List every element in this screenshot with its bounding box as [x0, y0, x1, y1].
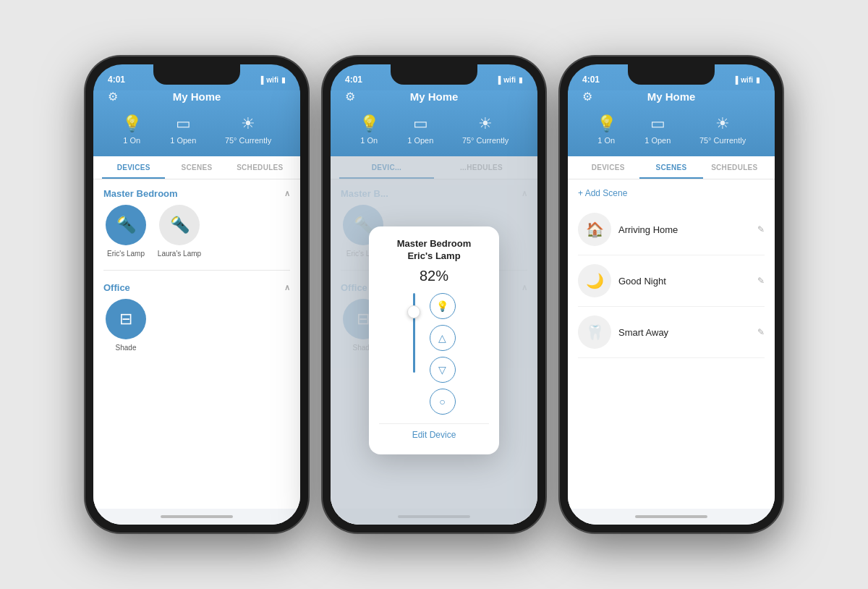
- header-3: ⚙ My Home 💡 1 On ▭ 1 Open ☀: [568, 90, 775, 156]
- tab-schedules-1[interactable]: SCHEDULES: [229, 156, 292, 179]
- doors-text-2: 1 Open: [407, 136, 433, 145]
- time-2: 4:01: [345, 75, 362, 85]
- bedroom-chevron-1[interactable]: ∧: [284, 189, 290, 198]
- light-icon-1: 💡: [122, 114, 142, 133]
- phone-3-screen: 4:01 ▐ wifi ▮ ⚙ My Home 💡: [568, 64, 775, 525]
- popup-title: Master BedroomEric's Lamp: [397, 238, 472, 263]
- door-icon-1: ▭: [176, 114, 191, 133]
- widgets-1: 💡 1 On ▭ 1 Open ☀ 75° Currently: [108, 114, 286, 145]
- tab-schedules-3[interactable]: SCHEDULES: [703, 156, 766, 179]
- home-bar-1: [93, 509, 300, 525]
- good-night-icon: 🌙: [578, 264, 611, 297]
- brightness-up-ctrl[interactable]: △: [430, 325, 456, 351]
- scene-arriving-home[interactable]: 🏠 Arriving Home ✎: [578, 204, 765, 255]
- add-scene-btn[interactable]: + Add Scene: [578, 179, 765, 204]
- temp-text-2: 75° Currently: [462, 136, 509, 145]
- gear-icon-1[interactable]: ⚙: [108, 90, 118, 103]
- widget-lights-3: 💡 1 On: [597, 114, 616, 145]
- widget-temp-3: ☀ 75° Currently: [699, 114, 746, 145]
- tab-scenes-3[interactable]: SCENES: [639, 156, 702, 179]
- signal-icon-1: ▐: [258, 76, 263, 84]
- header-1: ⚙ My Home 💡 1 On ▭ 1 Open ☀: [93, 90, 300, 156]
- light-off-ctrl[interactable]: ○: [430, 389, 456, 415]
- office-devices-1: ⊟ Shade: [103, 299, 290, 361]
- bedroom-label-1: Master Bedroom: [103, 188, 178, 199]
- light-icon-3: 💡: [597, 114, 616, 133]
- widget-doors-2: ▭ 1 Open: [407, 114, 433, 145]
- phone-1: 4:01 ▐ wifi ▮ ⚙ My Home 💡: [85, 56, 309, 533]
- navbar-3: ⚙ My Home: [582, 90, 760, 103]
- content-1: DEVICES SCENES SCHEDULES Master Bedroom …: [93, 156, 300, 525]
- widget-temp-2: ☀ 75° Currently: [462, 114, 509, 145]
- home-bar-3: [568, 509, 775, 525]
- arriving-home-edit[interactable]: ✎: [757, 224, 765, 234]
- popup-percent: 82%: [420, 268, 448, 284]
- tab-devices-3[interactable]: DEVICES: [576, 156, 639, 179]
- nav-title-3: My Home: [647, 90, 696, 103]
- light-icon-2: 💡: [359, 114, 379, 133]
- scene-smart-away[interactable]: 🦷 Smart Away ✎: [578, 307, 765, 358]
- sun-icon-3: ☀: [715, 114, 730, 133]
- phone-2-screen: 4:01 ▐ wifi ▮ ⚙ My Home 💡: [331, 64, 537, 525]
- doors-text-1: 1 Open: [170, 136, 196, 145]
- widgets-3: 💡 1 On ▭ 1 Open ☀ 75° Currently: [582, 114, 760, 145]
- device-shade-1[interactable]: ⊟ Shade: [103, 299, 148, 352]
- content-2: DEVIC... ...HEDULES Master B... ∧ 🔦 Eric…: [331, 156, 537, 525]
- scene-good-night[interactable]: 🌙 Good Night ✎: [578, 255, 765, 307]
- notch-3: [628, 64, 715, 85]
- popup-controls: 💡 △ ▽ ○: [430, 293, 456, 415]
- office-chevron-1[interactable]: ∧: [284, 283, 290, 292]
- nav-title-1: My Home: [173, 90, 221, 103]
- phone-2: 4:01 ▐ wifi ▮ ⚙ My Home 💡: [322, 56, 546, 533]
- devices-list-1: Master Bedroom ∧ 🔦 Eric's Lamp 🔦 Laura's…: [93, 179, 300, 509]
- brightness-down-ctrl[interactable]: ▽: [430, 357, 456, 383]
- tabs-3: DEVICES SCENES SCHEDULES: [568, 156, 775, 179]
- header-2: ⚙ My Home 💡 1 On ▭ 1 Open ☀: [331, 90, 537, 156]
- temp-text-3: 75° Currently: [699, 136, 746, 145]
- smart-away-icon: 🦷: [578, 315, 611, 349]
- popup-overlay[interactable]: Master BedroomEric's Lamp 82%: [331, 156, 537, 525]
- time-3: 4:01: [582, 75, 600, 85]
- popup-card: Master BedroomEric's Lamp 82%: [369, 226, 499, 455]
- widget-lights-1: 💡 1 On: [122, 114, 142, 145]
- light-on-ctrl[interactable]: 💡: [430, 293, 456, 319]
- smart-away-edit[interactable]: ✎: [757, 327, 765, 337]
- wifi-icon-1: wifi: [266, 76, 278, 84]
- widget-temp-1: ☀ 75° Currently: [225, 114, 271, 145]
- lights-text-1: 1 On: [123, 136, 140, 145]
- bedroom-devices-1: 🔦 Eric's Lamp 🔦 Laura's Lamp: [103, 205, 290, 267]
- tab-scenes-1[interactable]: SCENES: [165, 156, 228, 179]
- widget-lights-2: 💡 1 On: [359, 114, 379, 145]
- lights-text-2: 1 On: [360, 136, 378, 145]
- edit-device-btn[interactable]: Edit Device: [379, 423, 489, 443]
- door-icon-3: ▭: [650, 114, 665, 133]
- phone-2-inner: 4:01 ▐ wifi ▮ ⚙ My Home 💡: [331, 64, 537, 525]
- arriving-home-label: Arriving Home: [618, 224, 750, 235]
- widget-doors-1: ▭ 1 Open: [170, 114, 196, 145]
- scenes-list-3: + Add Scene 🏠 Arriving Home ✎ 🌙 Good Nig…: [568, 179, 775, 509]
- navbar-1: ⚙ My Home: [108, 90, 286, 103]
- gear-icon-2[interactable]: ⚙: [345, 90, 355, 103]
- phone-1-screen: 4:01 ▐ wifi ▮ ⚙ My Home 💡: [93, 64, 300, 525]
- lauras-lamp-icon-1: 🔦: [159, 205, 200, 245]
- navbar-2: ⚙ My Home: [345, 90, 523, 103]
- lauras-lamp-label-1: Laura's Lamp: [158, 250, 201, 258]
- good-night-edit[interactable]: ✎: [757, 276, 765, 286]
- lights-text-3: 1 On: [597, 136, 615, 145]
- phones-container: 4:01 ▐ wifi ▮ ⚙ My Home 💡: [70, 41, 798, 548]
- doors-text-3: 1 Open: [644, 136, 671, 145]
- gear-icon-3[interactable]: ⚙: [582, 90, 592, 103]
- signal-icon-3: ▐: [733, 76, 738, 84]
- battery-icon-1: ▮: [281, 76, 286, 84]
- sun-icon-1: ☀: [241, 114, 255, 133]
- section-bedroom-1: Master Bedroom ∧: [103, 179, 290, 205]
- nav-title-2: My Home: [410, 90, 459, 103]
- door-icon-2: ▭: [413, 114, 428, 133]
- office-label-1: Office: [103, 282, 130, 293]
- content-3: DEVICES SCENES SCHEDULES + Add Scene 🏠 A…: [568, 156, 775, 525]
- smart-away-label: Smart Away: [618, 327, 750, 338]
- erics-lamp-icon-1: 🔦: [106, 205, 146, 245]
- device-lauras-lamp-1[interactable]: 🔦 Laura's Lamp: [157, 205, 202, 258]
- tab-devices-1[interactable]: DEVICES: [102, 156, 165, 179]
- device-erics-lamp-1[interactable]: 🔦 Eric's Lamp: [103, 205, 148, 258]
